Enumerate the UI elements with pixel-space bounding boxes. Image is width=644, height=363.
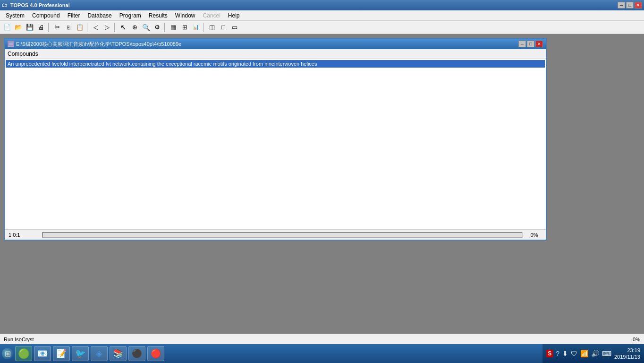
inner-close-button[interactable]: ✕ xyxy=(535,41,543,47)
status-left-text: Run IsoCryst xyxy=(4,337,34,342)
toolbar-cursor-button[interactable]: ↖ xyxy=(118,22,128,33)
toolbar-sep2 xyxy=(87,23,89,32)
toolbar-cut-button[interactable]: ✂ xyxy=(52,22,62,33)
svg-rect-0 xyxy=(8,42,13,45)
inner-window: E:\6级2000核心高频词汇音频\h\配位化学\TOPOS\topos40p\… xyxy=(4,38,547,241)
toolbar-view2-button[interactable]: □ xyxy=(218,22,229,33)
toolbar-chart-button[interactable]: 📊 xyxy=(191,22,201,33)
svg-rect-1 xyxy=(8,43,13,43)
toolbar-select-button[interactable]: ⊕ xyxy=(129,22,140,33)
taskbar: ⊞ 🟢 📧 📝 🐦 ◈ 📚 ⚫ 🔴 S ? ⬇ 🛡 📶 🔊 ⌨ 23:19 20… xyxy=(0,344,644,363)
minimize-button[interactable]: ─ xyxy=(618,2,625,9)
taskbar-app-3[interactable]: 📝 xyxy=(53,346,70,361)
inner-maximize-button[interactable]: □ xyxy=(527,41,534,47)
maximize-button[interactable]: □ xyxy=(626,2,634,9)
taskbar-app-5[interactable]: ◈ xyxy=(91,346,108,361)
status-progress: 0% xyxy=(522,232,546,238)
taskbar-app-2[interactable]: 📧 xyxy=(34,346,51,361)
tray-icon-network[interactable]: 📶 xyxy=(580,350,588,357)
toolbar-open-button[interactable]: 📂 xyxy=(13,22,24,33)
content-header: Compounds xyxy=(5,49,546,59)
toolbar-sep1 xyxy=(48,23,50,32)
taskbar-app-8[interactable]: 🔴 xyxy=(147,346,164,361)
close-button[interactable]: ✕ xyxy=(635,2,642,9)
inner-window-path: E:\6级2000核心高频词汇音频\h\配位化学\TOPOS\topos40p\… xyxy=(16,41,181,48)
taskbar-app-7[interactable]: ⚫ xyxy=(128,346,145,361)
menu-cancel[interactable]: Cancel xyxy=(199,11,224,20)
toolbar-save-button[interactable]: 💾 xyxy=(25,22,35,33)
system-clock[interactable]: 23:19 2019/11/13 xyxy=(614,347,640,361)
menu-database[interactable]: Database xyxy=(84,11,115,20)
status-right-text: 0% xyxy=(633,337,640,342)
toolbar-search-button[interactable]: 🔍 xyxy=(141,22,151,33)
menu-program[interactable]: Program xyxy=(116,11,145,20)
inner-window-titlebar: E:\6级2000核心高频词汇音频\h\配位化学\TOPOS\topos40p\… xyxy=(5,39,546,49)
content-list[interactable]: An unprecedented fivefold interpenetrate… xyxy=(5,59,546,229)
start-button[interactable]: ⊞ xyxy=(2,348,13,359)
toolbar-sep4 xyxy=(164,23,166,32)
app-title: TOPOS 4.0 Professional xyxy=(10,2,70,8)
inner-window-icon xyxy=(8,41,14,47)
bottom-status-bar: Run IsoCryst 0% xyxy=(0,334,644,344)
tray-icon-shield[interactable]: 🛡 xyxy=(571,350,577,357)
menu-results[interactable]: Results xyxy=(145,11,171,20)
tray-icon-s[interactable]: S xyxy=(546,350,553,357)
toolbar: 📄 📂 💾 🖨 ✂ ⎘ 📋 ◁ ▷ ↖ ⊕ 🔍 ⚙ ▦ ⊞ 📊 ◫ □ ▭ xyxy=(0,21,644,34)
toolbar-sep5 xyxy=(203,23,205,32)
app-icon: 🗂 xyxy=(2,2,8,9)
toolbar-back-button[interactable]: ◁ xyxy=(91,22,101,33)
title-bar: 🗂 TOPOS 4.0 Professional ─ □ ✕ xyxy=(0,0,644,10)
toolbar-view1-button[interactable]: ◫ xyxy=(207,22,217,33)
toolbar-copy-button[interactable]: ⎘ xyxy=(63,22,74,33)
clock-date: 2019/11/13 xyxy=(614,354,640,360)
tray-icon-help[interactable]: ? xyxy=(556,350,559,357)
toolbar-new-button[interactable]: 📄 xyxy=(2,22,12,33)
list-item[interactable]: An unprecedented fivefold interpenetrate… xyxy=(6,60,545,68)
menu-help[interactable]: Help xyxy=(224,11,244,20)
menu-bar: System Compound Filter Database Program … xyxy=(0,10,644,21)
inner-status-bar: 1:0:1 0% xyxy=(5,229,546,240)
toolbar-print-button[interactable]: 🖨 xyxy=(36,22,46,33)
menu-filter[interactable]: Filter xyxy=(64,11,84,20)
system-tray: S ? ⬇ 🛡 📶 🔊 ⌨ 23:19 2019/11/13 xyxy=(542,344,644,363)
menu-window[interactable]: Window xyxy=(171,11,199,20)
menu-compound[interactable]: Compound xyxy=(28,11,64,20)
toolbar-grid-button[interactable]: ⊞ xyxy=(179,22,190,33)
inner-minimize-button[interactable]: ─ xyxy=(518,41,526,47)
tray-icon-download[interactable]: ⬇ xyxy=(562,350,568,357)
tray-icon-keyboard[interactable]: ⌨ xyxy=(602,350,611,357)
toolbar-filter-button[interactable]: ⚙ xyxy=(152,22,162,33)
taskbar-app-6[interactable]: 📚 xyxy=(110,346,127,361)
toolbar-view3-button[interactable]: ▭ xyxy=(229,22,240,33)
tray-icon-volume[interactable]: 🔊 xyxy=(591,350,599,357)
toolbar-forward-button[interactable]: ▷ xyxy=(102,22,112,33)
content-header-label: Compounds xyxy=(8,51,38,57)
toolbar-table-button[interactable]: ▦ xyxy=(168,22,178,33)
clock-time: 23:19 xyxy=(614,347,640,354)
menu-system[interactable]: System xyxy=(2,11,28,20)
toolbar-sep3 xyxy=(114,23,116,32)
scroll-track[interactable] xyxy=(42,232,522,238)
status-position: 1:0:1 xyxy=(5,232,42,238)
taskbar-app-4[interactable]: 🐦 xyxy=(72,346,89,361)
toolbar-paste-button[interactable]: 📋 xyxy=(75,22,85,33)
taskbar-app-1[interactable]: 🟢 xyxy=(15,346,32,361)
